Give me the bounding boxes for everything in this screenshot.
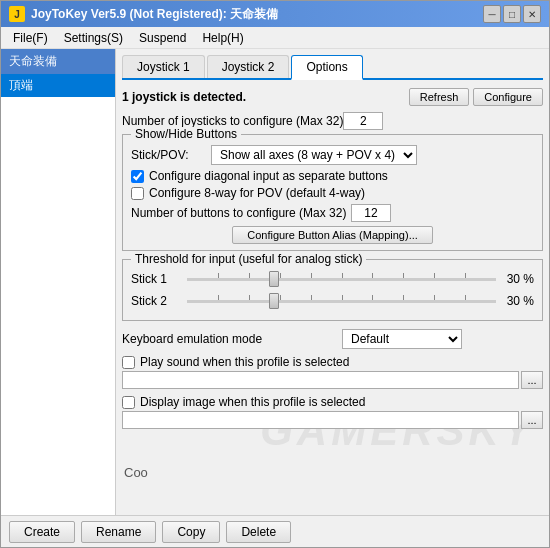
tick [465, 273, 466, 278]
stick-pov-label: Stick/POV: [131, 148, 211, 162]
keyboard-mode-select[interactable]: Default DirectInput SendInput [342, 329, 462, 349]
show-hide-group: Show/Hide Buttons Stick/POV: Show all ax… [122, 134, 543, 251]
diagonal-checkbox[interactable] [131, 170, 144, 183]
menu-bar: File(F) Settings(S) Suspend Help(H) [1, 27, 549, 49]
stick2-row: Stick 2 [131, 292, 534, 310]
tick [218, 295, 219, 300]
create-button[interactable]: Create [9, 521, 75, 543]
tab-joystick1[interactable]: Joystick 1 [122, 55, 205, 78]
tick [342, 273, 343, 278]
detection-buttons: Refresh Configure [409, 88, 543, 106]
play-sound-ellipsis-button[interactable]: ... [521, 371, 543, 389]
tick [434, 295, 435, 300]
button-count-input[interactable] [351, 204, 391, 222]
tick [249, 295, 250, 300]
stick-pov-select[interactable]: Show all axes (8 way + POV x 4) Hide POV… [211, 145, 417, 165]
stick2-thumb[interactable] [269, 293, 279, 309]
menu-file[interactable]: File(F) [5, 29, 56, 47]
title-buttons: ─ □ ✕ [483, 5, 541, 23]
tab-options[interactable]: Options [291, 55, 362, 80]
refresh-button[interactable]: Refresh [409, 88, 470, 106]
display-image-label: Display image when this profile is selec… [140, 395, 365, 409]
tick [280, 273, 281, 278]
threshold-title: Threshold for input (useful for analog s… [131, 252, 366, 266]
tick [372, 295, 373, 300]
configure-button[interactable]: Configure [473, 88, 543, 106]
stick1-slider[interactable] [187, 270, 496, 288]
checkbox-diagonal-row: Configure diagonal input as separate but… [131, 169, 534, 183]
tick [218, 273, 219, 278]
stick2-track [187, 300, 496, 303]
title-bar-left: J JoyToKey Ver5.9 (Not Registered): 天命装備 [9, 6, 278, 23]
content-area: GAMERSKY Joystick 1 Joystick 2 Options 1… [116, 49, 549, 515]
main-content: 天命装備 頂端 GAMERSKY Joystick 1 Joystick 2 O… [1, 49, 549, 515]
tick [434, 273, 435, 278]
tick [465, 295, 466, 300]
coo-text: Coo [124, 465, 148, 480]
joystick-count-label: Number of joysticks to configure (Max 32… [122, 114, 343, 128]
display-image-checkbox[interactable] [122, 396, 135, 409]
stick2-percent: 30 % [502, 294, 534, 308]
tick [403, 273, 404, 278]
display-image-ellipsis-button[interactable]: ... [521, 411, 543, 429]
stick2-slider[interactable] [187, 292, 496, 310]
tick [403, 295, 404, 300]
delete-button[interactable]: Delete [226, 521, 291, 543]
sidebar-watermark [1, 97, 115, 515]
tick [249, 273, 250, 278]
stick1-thumb[interactable] [269, 271, 279, 287]
window-title: JoyToKey Ver5.9 (Not Registered): 天命装備 [31, 6, 278, 23]
8way-checkbox[interactable] [131, 187, 144, 200]
play-sound-input[interactable] [122, 371, 519, 389]
checkbox-8way-row: Configure 8-way for POV (default 4-way) [131, 186, 534, 200]
tab-bar: Joystick 1 Joystick 2 Options [122, 55, 543, 80]
maximize-button[interactable]: □ [503, 5, 521, 23]
title-bar: J JoyToKey Ver5.9 (Not Registered): 天命装備… [1, 1, 549, 27]
display-image-row: Display image when this profile is selec… [122, 395, 543, 409]
tick [311, 295, 312, 300]
tick [280, 295, 281, 300]
display-image-input-row: ... [122, 411, 543, 429]
copy-button[interactable]: Copy [162, 521, 220, 543]
menu-suspend[interactable]: Suspend [131, 29, 194, 47]
rename-button[interactable]: Rename [81, 521, 156, 543]
menu-settings[interactable]: Settings(S) [56, 29, 131, 47]
menu-help[interactable]: Help(H) [194, 29, 251, 47]
keyboard-mode-label: Keyboard emulation mode [122, 332, 342, 346]
play-sound-input-row: ... [122, 371, 543, 389]
sidebar: 天命装備 頂端 [1, 49, 116, 515]
stick1-label: Stick 1 [131, 272, 181, 286]
sidebar-header: 天命装備 [1, 49, 115, 74]
close-button[interactable]: ✕ [523, 5, 541, 23]
stick1-row: Stick 1 [131, 270, 534, 288]
threshold-group: Threshold for input (useful for analog s… [122, 259, 543, 321]
detection-row: 1 joystick is detected. Refresh Configur… [122, 88, 543, 106]
button-count-row: Number of buttons to configure (Max 32) [131, 204, 534, 222]
tick [372, 273, 373, 278]
display-image-input[interactable] [122, 411, 519, 429]
tick [311, 273, 312, 278]
stick2-label: Stick 2 [131, 294, 181, 308]
alias-button[interactable]: Configure Button Alias (Mapping)... [232, 226, 433, 244]
alias-button-container: Configure Button Alias (Mapping)... [131, 226, 534, 244]
show-hide-title: Show/Hide Buttons [131, 127, 241, 141]
diagonal-label: Configure diagonal input as separate but… [149, 169, 388, 183]
stick-pov-row: Stick/POV: Show all axes (8 way + POV x … [131, 145, 534, 165]
play-sound-label: Play sound when this profile is selected [140, 355, 349, 369]
play-sound-checkbox[interactable] [122, 356, 135, 369]
8way-label: Configure 8-way for POV (default 4-way) [149, 186, 365, 200]
tab-joystick2[interactable]: Joystick 2 [207, 55, 290, 78]
app-icon: J [9, 6, 25, 22]
joystick-count-input[interactable] [343, 112, 383, 130]
stick1-percent: 30 % [502, 272, 534, 286]
sidebar-item-top[interactable]: 頂端 [1, 74, 115, 97]
minimize-button[interactable]: ─ [483, 5, 501, 23]
stick1-track [187, 278, 496, 281]
button-count-label: Number of buttons to configure (Max 32) [131, 206, 351, 220]
detection-text: 1 joystick is detected. [122, 90, 246, 104]
main-window: J JoyToKey Ver5.9 (Not Registered): 天命装備… [0, 0, 550, 548]
keyboard-mode-row: Keyboard emulation mode Default DirectIn… [122, 329, 543, 349]
play-sound-row: Play sound when this profile is selected [122, 355, 543, 369]
footer: Create Rename Copy Delete [1, 515, 549, 547]
content-overlay: Joystick 1 Joystick 2 Options 1 joystick… [116, 49, 549, 435]
